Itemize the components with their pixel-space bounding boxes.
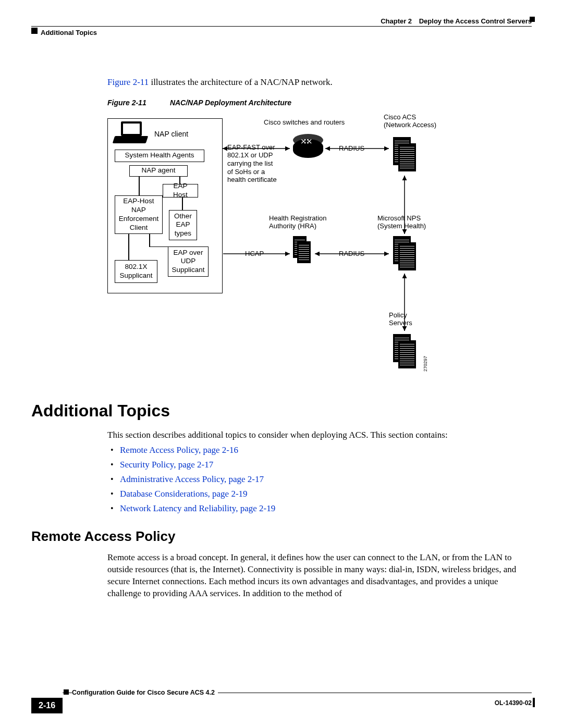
hra-label: Health Registration Authority (HRA) (269, 214, 327, 230)
policy-servers-label: Policy Servers (389, 311, 412, 327)
list-item: Remote Access Policy, page 2-16 (120, 445, 532, 456)
chapter-number: Chapter 2 (381, 17, 412, 25)
radius-label-2: RADIUS (339, 250, 364, 258)
chapter-label: Chapter 2 Deploy the Access Control Serv… (381, 17, 532, 26)
figure-source-id: 270297 (422, 356, 429, 372)
section-label: Additional Topics (41, 28, 97, 38)
eap-host-box: EAP Host (163, 184, 198, 198)
header-rule (31, 26, 532, 27)
list-item: Network Latency and Reliability, page 2-… (120, 503, 532, 515)
page-footer: Configuration Guide for Cisco Secure ACS… (31, 693, 532, 715)
laptop-icon (114, 121, 151, 147)
list-item: Administrative Access Policy, page 2-17 (120, 474, 532, 486)
figure-title: NAC/NAP Deployment Architecture (170, 98, 291, 107)
eap-fast-label: EAP-FAST over 802.1X or UDP carrying the… (227, 143, 295, 184)
eap-host-nap-box: EAP-Host NAP Enforcement Client (115, 195, 163, 234)
intro-text: illustrates the architecture of a NAC/NA… (149, 77, 333, 87)
radius-label-1: RADIUS (339, 144, 364, 153)
additional-topics-intro: This section describes additional topics… (107, 429, 532, 441)
footer-guide-title: Configuration Guide for Cisco Secure ACS… (72, 688, 218, 697)
nps-server-icon (393, 236, 415, 269)
eap-over-udp-box: EAP over UDP Supplicant (168, 246, 209, 277)
figure-id: Figure 2-11 (107, 98, 168, 108)
document-id: OL-14390-02 (495, 699, 532, 707)
footer-left-marker (64, 689, 69, 695)
chapter-title: Deploy the Access Control Servers (419, 17, 532, 25)
page-number: 2-16 (31, 698, 63, 713)
acs-label: Cisco ACS (Network Access) (384, 113, 436, 129)
admin-access-link[interactable]: Administrative Access Policy, page 2-17 (120, 474, 264, 484)
dot1x-supplicant-box: 802.1X Supplicant (115, 260, 157, 283)
figure-caption: Figure 2-11 NAC/NAP Deployment Architect… (107, 98, 532, 108)
remote-access-policy-heading: Remote Access Policy (31, 527, 532, 546)
list-item: Database Considerations, page 2-19 (120, 488, 532, 500)
security-policy-link[interactable]: Security Policy, page 2-17 (120, 460, 213, 470)
nac-nap-diagram: NAP client System Health Agents NAP agen… (107, 118, 483, 400)
page-header: Chapter 2 Deploy the Access Control Serv… (31, 17, 532, 38)
nps-label: Microsoft NPS (System Health) (377, 214, 426, 230)
figure-reference-link[interactable]: Figure 2-11 (107, 77, 149, 87)
list-item: Security Policy, page 2-17 (120, 459, 532, 471)
acs-server-icon (393, 137, 415, 170)
footer-right-marker (533, 698, 535, 707)
nap-agent-box: NAP agent (129, 165, 188, 177)
hra-server-icon (293, 236, 311, 263)
topics-bullet-list: Remote Access Policy, page 2-16 Security… (107, 445, 532, 515)
switches-label: Cisco switches and routers (264, 118, 345, 127)
other-eap-box: Other EAP types (169, 210, 197, 240)
system-health-agents-box: System Health Agents (115, 150, 204, 162)
network-latency-link[interactable]: Network Latency and Reliability, page 2-… (120, 503, 275, 513)
intro-paragraph: Figure 2-11 illustrates the architecture… (107, 77, 532, 89)
router-icon: ⤨⤪ (293, 134, 323, 158)
database-link[interactable]: Database Considerations, page 2-19 (120, 489, 248, 499)
remote-access-link[interactable]: Remote Access Policy, page 2-16 (120, 445, 238, 455)
remote-access-paragraph: Remote access is a broad concept. In gen… (107, 552, 532, 600)
nap-client-label: NAP client (154, 130, 188, 139)
hcap-label: HCAP (245, 250, 264, 258)
policy-server-icon (393, 334, 415, 367)
additional-topics-heading: Additional Topics (31, 400, 532, 422)
header-left-marker (31, 28, 38, 34)
